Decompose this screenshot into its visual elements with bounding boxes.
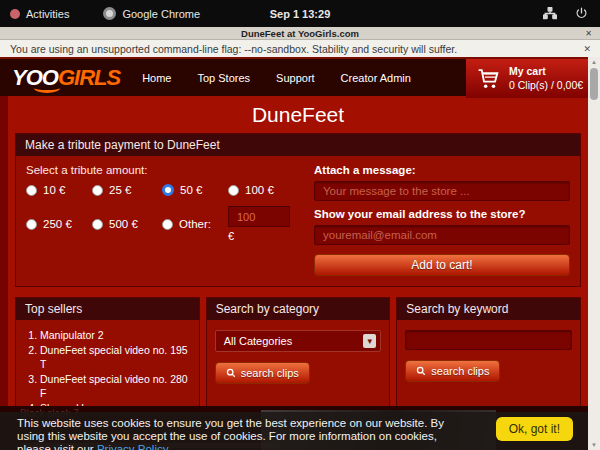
- cart-icon: [476, 66, 501, 91]
- cookie-accept-button[interactable]: Ok, got it!: [496, 417, 573, 441]
- email-input[interactable]: [314, 225, 570, 245]
- radio-100-eur[interactable]: 100 €: [228, 184, 300, 196]
- browser-viewport: YOOGIRLS Home Top Stores Support Creator…: [0, 57, 600, 450]
- page-content: DuneFeet Make a tribute payment to DuneF…: [8, 96, 588, 406]
- nav-item-support[interactable]: Support: [276, 72, 315, 84]
- nav-item-creator-admin[interactable]: Creator Admin: [341, 72, 411, 84]
- add-to-cart-button[interactable]: Add to cart!: [314, 254, 570, 276]
- warning-close-icon[interactable]: ✕: [583, 44, 591, 54]
- warning-text: You are using an unsupported command-lin…: [10, 43, 457, 55]
- top-sellers-panel: Top sellers Manipulator 2 DuneFeet speci…: [15, 297, 200, 406]
- search-icon: [416, 366, 426, 376]
- scrollbar[interactable]: ▲ ▼: [588, 57, 600, 450]
- logo-part-2: GIRLS: [58, 65, 120, 90]
- cookie-consent-bar: This website uses cookies to ensure you …: [0, 412, 588, 450]
- power-icon[interactable]: [575, 7, 588, 20]
- nav-item-home[interactable]: Home: [142, 72, 171, 84]
- list-item[interactable]: DuneFeet special video no. 195 T: [40, 343, 193, 372]
- scrollbar-thumb[interactable]: [590, 68, 598, 100]
- cookie-text: This website uses cookies to ensure you …: [0, 412, 465, 450]
- search-clips-keyword-button[interactable]: search clips: [405, 360, 500, 382]
- radio-500-eur[interactable]: 500 €: [92, 206, 162, 242]
- my-cart-button[interactable]: My cart 0 Clip(s) / 0,00€: [466, 59, 588, 98]
- window-title: DuneFeet at YooGirls.com: [241, 28, 359, 39]
- search-icon: [226, 368, 236, 378]
- keyword-input[interactable]: [405, 330, 572, 350]
- logo-smile-icon: [34, 83, 60, 93]
- radio-icon: [228, 185, 239, 196]
- lower-panels: Top sellers Manipulator 2 DuneFeet speci…: [15, 297, 581, 406]
- screen: Activities Google Chrome Sep 1 13:29 Dun…: [0, 0, 600, 450]
- cart-title: My cart: [509, 65, 583, 79]
- main-nav: Home Top Stores Support Creator Admin: [142, 72, 411, 84]
- radio-250-eur[interactable]: 250 €: [26, 206, 92, 242]
- scroll-up-icon[interactable]: ▲: [591, 58, 597, 66]
- radio-25-eur[interactable]: 25 €: [92, 184, 162, 196]
- top-sellers-header: Top sellers: [16, 298, 199, 320]
- site-logo[interactable]: YOOGIRLS: [0, 67, 120, 89]
- message-label: Attach a message:: [314, 164, 570, 176]
- tribute-panel: Make a tribute payment to DuneFeet Selec…: [15, 133, 581, 287]
- radio-selected-icon: [162, 184, 174, 196]
- email-label: Show your email address to the store?: [314, 208, 570, 220]
- site-footer: Black sleek 7 This website uses cookies …: [0, 406, 588, 450]
- clock[interactable]: Sep 1 13:29: [0, 8, 600, 20]
- radio-10-eur[interactable]: 10 €: [26, 184, 92, 196]
- privacy-policy-link[interactable]: Privacy Policy: [97, 443, 169, 450]
- chevron-down-icon: ▾: [363, 334, 376, 348]
- search-clips-category-button[interactable]: search clips: [215, 362, 310, 384]
- tribute-panel-header: Make a tribute payment to DuneFeet: [16, 134, 580, 156]
- scroll-down-icon[interactable]: ▼: [591, 441, 597, 449]
- search-category-panel: Search by category All Categories ▾ sear…: [206, 297, 391, 406]
- search-keyword-panel: Search by keyword search clips: [396, 297, 581, 406]
- radio-other[interactable]: Other:: [162, 206, 228, 242]
- radio-icon: [92, 185, 103, 196]
- search-keyword-header: Search by keyword: [397, 298, 580, 320]
- window-title-bar: DuneFeet at YooGirls.com ✕: [0, 27, 600, 40]
- radio-icon: [92, 219, 103, 230]
- system-top-bar: Activities Google Chrome Sep 1 13:29: [0, 0, 600, 27]
- list-item[interactable]: Manipulator 2: [40, 328, 193, 343]
- top-sellers-list: Manipulator 2 DuneFeet special video no.…: [16, 320, 199, 406]
- sandbox-warning-bar: You are using an unsupported command-lin…: [0, 40, 600, 57]
- category-select-value: All Categories: [224, 335, 292, 347]
- currency-symbol: €: [228, 230, 300, 242]
- page-title: DuneFeet: [8, 96, 588, 133]
- radio-icon: [162, 219, 173, 230]
- amount-options: 10 € 25 € 50 €: [26, 184, 300, 242]
- cart-count: 0 Clip(s) / 0,00€: [509, 79, 583, 93]
- radio-50-eur[interactable]: 50 €: [162, 184, 228, 196]
- search-category-header: Search by category: [207, 298, 390, 320]
- other-amount-input[interactable]: [228, 206, 290, 227]
- nav-item-top-stores[interactable]: Top Stores: [197, 72, 250, 84]
- amount-label: Select a tribute amount:: [26, 164, 300, 176]
- radio-icon: [26, 185, 37, 196]
- list-item[interactable]: DuneFeet special video no. 280 F: [40, 372, 193, 401]
- network-icon[interactable]: [543, 7, 557, 20]
- radio-icon: [26, 219, 37, 230]
- message-input[interactable]: [314, 181, 570, 201]
- window-close-icon[interactable]: ✕: [585, 27, 592, 40]
- category-select[interactable]: All Categories ▾: [215, 330, 382, 352]
- site-header: YOOGIRLS Home Top Stores Support Creator…: [0, 57, 588, 96]
